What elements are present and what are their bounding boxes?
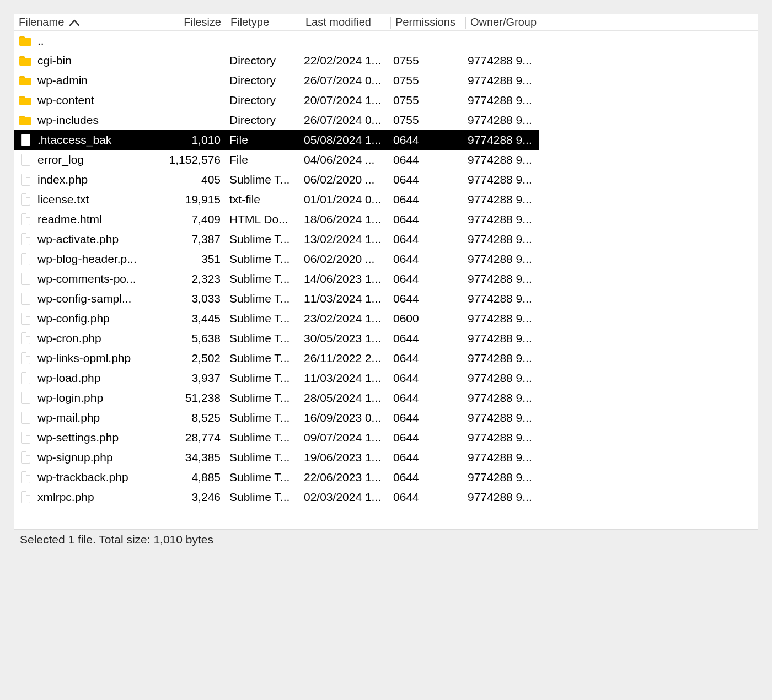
- column-header-filesize[interactable]: Filesize: [151, 14, 226, 30]
- cell-permissions: 0644: [389, 269, 463, 289]
- cell-filesize: 1,152,576: [151, 150, 225, 170]
- sort-ascending-icon: [69, 16, 79, 29]
- cell-filename: wp-activate.php: [33, 229, 151, 249]
- cell-filesize: 4,885: [151, 467, 225, 487]
- cell-filename: xmlrpc.php: [33, 487, 151, 507]
- file-row[interactable]: wp-mail.php8,525Sublime T...16/09/2023 0…: [14, 408, 539, 428]
- column-header-filetype[interactable]: Filetype: [226, 14, 301, 30]
- column-header-modified[interactable]: Last modified: [301, 14, 390, 30]
- file-icon: [21, 471, 30, 483]
- cell-permissions: 0644: [389, 408, 463, 428]
- cell-filename: ..: [33, 31, 151, 51]
- file-row[interactable]: wp-login.php51,238Sublime T...28/05/2024…: [14, 388, 539, 408]
- cell-modified: 26/11/2022 2...: [299, 348, 389, 368]
- cell-filesize: 3,246: [151, 487, 225, 507]
- column-separator[interactable]: [542, 17, 542, 29]
- cell-filename: wp-cron.php: [33, 329, 151, 348]
- file-row[interactable]: .htaccess_bak1,010File05/08/2024 1...064…: [14, 130, 539, 150]
- cell-modified: 11/03/2024 1...: [299, 289, 389, 309]
- cell-permissions: 0755: [389, 110, 463, 130]
- cell-modified: 04/06/2024 ...: [299, 150, 389, 170]
- file-icon: [21, 491, 30, 503]
- cell-permissions: 0644: [389, 467, 463, 487]
- cell-filetype: Sublime T...: [225, 348, 299, 368]
- cell-filetype: Sublime T...: [225, 368, 299, 388]
- cell-filename: license.txt: [33, 190, 151, 209]
- cell-owner: 9774288 9...: [463, 90, 539, 110]
- cell-filetype: Sublime T...: [225, 408, 299, 428]
- column-header-label: Filesize: [184, 16, 221, 29]
- cell-owner: 9774288 9...: [463, 229, 539, 249]
- cell-filetype: Sublime T...: [225, 467, 299, 487]
- file-row[interactable]: wp-load.php3,937Sublime T...11/03/2024 1…: [14, 368, 539, 388]
- file-icon: [21, 233, 30, 245]
- file-row[interactable]: wp-config-sampl...3,033Sublime T...11/03…: [14, 289, 539, 309]
- cell-filetype: [225, 31, 299, 51]
- cell-modified: 22/06/2023 1...: [299, 467, 389, 487]
- folder-icon: [19, 36, 31, 46]
- folder-row[interactable]: wp-includesDirectory26/07/2024 0...07559…: [14, 110, 539, 130]
- file-row[interactable]: wp-settings.php28,774Sublime T...09/07/2…: [14, 428, 539, 448]
- cell-filesize: 405: [151, 170, 225, 190]
- file-icon: [21, 332, 30, 344]
- cell-modified: 06/02/2020 ...: [299, 249, 389, 269]
- cell-modified: 26/07/2024 0...: [299, 71, 389, 90]
- file-row[interactable]: wp-cron.php5,638Sublime T...30/05/2023 1…: [14, 329, 539, 348]
- cell-permissions: 0644: [389, 209, 463, 229]
- file-row[interactable]: license.txt19,915txt-file01/01/2024 0...…: [14, 190, 539, 209]
- cell-owner: 9774288 9...: [463, 408, 539, 428]
- cell-filename: wp-mail.php: [33, 408, 151, 428]
- cell-modified: 14/06/2023 1...: [299, 269, 389, 289]
- cell-owner: 9774288 9...: [463, 467, 539, 487]
- cell-filetype: Directory: [225, 51, 299, 71]
- file-row[interactable]: wp-activate.php7,387Sublime T...13/02/20…: [14, 229, 539, 249]
- file-icon: [21, 253, 30, 265]
- column-header-label: Owner/Group: [470, 16, 537, 29]
- cell-owner: 9774288 9...: [463, 269, 539, 289]
- file-row[interactable]: wp-trackback.php4,885Sublime T...22/06/2…: [14, 467, 539, 487]
- file-row[interactable]: error_log1,152,576File04/06/2024 ...0644…: [14, 150, 539, 170]
- file-row[interactable]: wp-config.php3,445Sublime T...23/02/2024…: [14, 309, 539, 329]
- cell-permissions: 0644: [389, 130, 463, 150]
- file-row[interactable]: wp-signup.php34,385Sublime T...19/06/202…: [14, 448, 539, 467]
- cell-permissions: 0644: [389, 487, 463, 507]
- cell-modified: 20/07/2024 1...: [299, 90, 389, 110]
- file-icon: [21, 432, 30, 444]
- folder-row[interactable]: cgi-binDirectory22/02/2024 1...075597742…: [14, 51, 539, 71]
- cell-permissions: 0644: [389, 388, 463, 408]
- cell-filetype: Sublime T...: [225, 249, 299, 269]
- column-header-filename[interactable]: Filename: [14, 14, 151, 30]
- cell-modified: 01/01/2024 0...: [299, 190, 389, 209]
- column-header-label: Filename: [19, 16, 64, 29]
- cell-filetype: Sublime T...: [225, 269, 299, 289]
- cell-owner: 9774288 9...: [463, 348, 539, 368]
- cell-modified: 28/05/2024 1...: [299, 388, 389, 408]
- parent-dir-row[interactable]: ..: [14, 31, 539, 51]
- folder-icon: [19, 76, 31, 85]
- cell-filesize: 3,445: [151, 309, 225, 329]
- cell-filetype: File: [225, 130, 299, 150]
- cell-filesize: 3,033: [151, 289, 225, 309]
- cell-modified: 16/09/2023 0...: [299, 408, 389, 428]
- column-header-owner[interactable]: Owner/Group: [466, 14, 542, 30]
- folder-row[interactable]: wp-adminDirectory26/07/2024 0...07559774…: [14, 71, 539, 90]
- file-row[interactable]: wp-links-opml.php2,502Sublime T...26/11/…: [14, 348, 539, 368]
- cell-filesize: 7,387: [151, 229, 225, 249]
- cell-filesize: 2,502: [151, 348, 225, 368]
- file-row[interactable]: wp-comments-po...2,323Sublime T...14/06/…: [14, 269, 539, 289]
- cell-owner: 9774288 9...: [463, 130, 539, 150]
- file-rows-container: ..cgi-binDirectory22/02/2024 1...0755977…: [14, 31, 539, 507]
- cell-filetype: Sublime T...: [225, 388, 299, 408]
- file-row[interactable]: index.php405Sublime T...06/02/2020 ...06…: [14, 170, 539, 190]
- file-row[interactable]: xmlrpc.php3,246Sublime T...02/03/2024 1.…: [14, 487, 539, 507]
- column-header-permissions[interactable]: Permissions: [391, 14, 465, 30]
- cell-permissions: 0644: [389, 289, 463, 309]
- cell-filename: wp-content: [33, 90, 151, 110]
- cell-filetype: Directory: [225, 71, 299, 90]
- cell-owner: 9774288 9...: [463, 51, 539, 71]
- folder-row[interactable]: wp-contentDirectory20/07/2024 1...075597…: [14, 90, 539, 110]
- file-row[interactable]: readme.html7,409HTML Do...18/06/2024 1..…: [14, 209, 539, 229]
- cell-owner: 9774288 9...: [463, 170, 539, 190]
- cell-filesize: 7,409: [151, 209, 225, 229]
- file-row[interactable]: wp-blog-header.p...351Sublime T...06/02/…: [14, 249, 539, 269]
